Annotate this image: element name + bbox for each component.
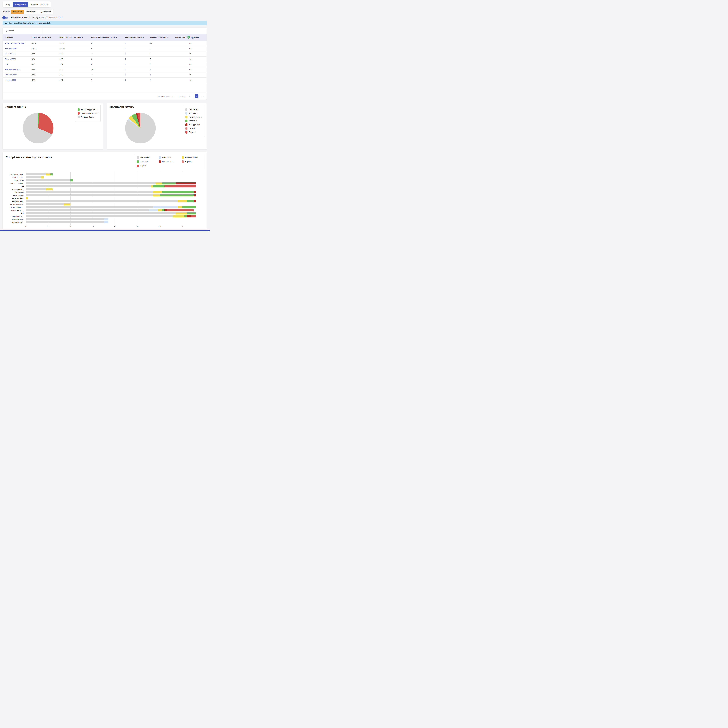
legend-label: Pending Review <box>189 116 202 118</box>
bar-segment-in-progress <box>153 206 178 208</box>
bar-track[interactable] <box>26 210 202 211</box>
table-row: Class of 20230 / 88 / 8708No <box>3 51 207 57</box>
student-status-pie-chart[interactable] <box>23 113 54 144</box>
bar-segment-in-progress <box>104 219 109 220</box>
expiring-documents-cell: 0 <box>123 78 148 83</box>
legend-swatch-icon <box>137 165 139 167</box>
first-page-button[interactable]: |‹ <box>189 95 190 98</box>
bar-track[interactable] <box>26 206 202 208</box>
bar-segment-get-started <box>26 191 153 193</box>
expired-documents-cell: 2 <box>148 46 173 51</box>
bar-segment-get-started <box>26 182 156 185</box>
bar-category-label: Hepatitis B (Hep... <box>6 200 26 203</box>
bar-track[interactable] <box>26 215 202 217</box>
compliant-students-cell: 0 / 1 <box>30 78 58 83</box>
items-per-page[interactable]: Items per page: 50 <box>158 95 173 97</box>
pending-review-documents-cell: 0 <box>89 62 123 67</box>
previous-page-button[interactable]: ‹ <box>192 95 193 98</box>
col-cohorts[interactable]: COHORTS ↑ <box>3 34 30 41</box>
powered-by-cell: No <box>173 51 207 57</box>
non-compliant-students-cell: 8 / 8 <box>57 51 89 57</box>
bar-track[interactable] <box>26 203 202 205</box>
bar-category-label: Clinical Questio... <box>6 176 26 179</box>
bar-segment-approved <box>187 213 196 214</box>
bar-category-label: Polio <box>6 212 26 215</box>
hide-cohorts-toggle[interactable] <box>3 17 8 19</box>
cohort-link[interactable]: Summer 2025 <box>3 78 30 83</box>
legend-swatch-icon <box>182 161 184 163</box>
powered-by-cell: No <box>173 67 207 72</box>
bar-track[interactable] <box>26 213 202 214</box>
pagination-divider <box>176 95 176 98</box>
expiring-documents-cell: 0 <box>123 72 148 78</box>
tab-review-clarifications[interactable]: Review Clarifications <box>28 2 50 7</box>
legend-label: Not Approved <box>162 161 173 163</box>
bar-segment-pending-review <box>178 200 187 202</box>
tab-compliance[interactable]: Compliance <box>13 2 28 7</box>
view-by-cohort-button[interactable]: By Cohort <box>11 10 24 14</box>
table-row: FNP0 / 11 / 1000No <box>3 62 207 67</box>
bar-segment-expired <box>164 185 196 187</box>
compliant-students-cell: 0 / 30 <box>30 41 58 46</box>
powered-by-cell: No <box>173 41 207 46</box>
powered-by-cell: No <box>173 62 207 67</box>
table-row: BSN Students*1 / 2120 / 21002No <box>3 46 207 51</box>
bar-track[interactable] <box>26 194 202 196</box>
legend-swatch-icon <box>78 112 80 115</box>
cohort-link[interactable]: Class of 2024 <box>3 57 30 62</box>
bars-legend-item: Not Approved <box>159 161 181 163</box>
legend-swatch-icon <box>137 161 139 163</box>
bar-segment-get-started <box>26 213 176 214</box>
col-powered-by: POWERED BY Approve <box>173 34 207 41</box>
non-compliant-students-cell: 3 / 3 <box>57 72 89 78</box>
cohort-link[interactable]: FNP-Summer 2023 <box>3 67 30 72</box>
view-by-document-button[interactable]: By Document <box>38 10 53 14</box>
bar-segment-pending-review <box>156 182 162 185</box>
current-page-button[interactable]: 1 <box>195 94 199 98</box>
cohort-link[interactable]: FNP <box>3 62 30 67</box>
cohort-link[interactable]: Class of 2023 <box>3 51 30 57</box>
bar-track[interactable] <box>26 176 202 178</box>
bar-track[interactable] <box>26 219 202 220</box>
bar-track[interactable] <box>26 185 202 187</box>
bar-track[interactable] <box>26 200 202 202</box>
bar-row <box>26 197 202 200</box>
bar-track[interactable] <box>26 179 202 181</box>
bar-segment-approved <box>187 200 194 202</box>
non-compliant-students-cell: 20 / 21 <box>57 46 89 51</box>
bar-track[interactable] <box>26 173 202 176</box>
bar-track[interactable] <box>26 188 202 190</box>
cohort-link[interactable]: Advanced Practice/DNP* <box>3 41 30 46</box>
legend-label: Expiring <box>185 161 191 163</box>
non-compliant-students-cell: 4 / 4 <box>57 67 89 72</box>
bar-segment-pending-review <box>176 213 187 214</box>
bar-category-label: Flu (Influenza) <box>6 191 26 194</box>
expired-documents-cell: 8 <box>148 51 173 57</box>
bar-track[interactable] <box>26 221 202 223</box>
bar-segment-get-started <box>26 188 46 190</box>
cohort-link[interactable]: PNP-Fall 2023 <box>3 72 30 78</box>
view-by-student-button[interactable]: By Student <box>24 10 38 14</box>
view-by-label: View By: <box>3 11 10 13</box>
last-page-button[interactable]: ›| <box>203 95 205 98</box>
tab-setup[interactable]: Setup <box>3 2 13 7</box>
pending-review-documents-cell: 0 <box>89 57 123 62</box>
bar-track[interactable] <box>26 191 202 193</box>
compliant-students-cell: 0 / 3 <box>30 72 58 78</box>
bar-track[interactable] <box>26 182 202 185</box>
col-expired-documents: EXPIRED DOCUMENTS <box>148 34 173 41</box>
bar-track[interactable] <box>26 197 202 199</box>
bar-category-label: Medical Records ... <box>6 209 26 212</box>
bar-segment-pending-review <box>173 215 185 217</box>
document-status-pie-chart[interactable] <box>125 113 156 144</box>
next-page-button[interactable]: › <box>200 95 201 98</box>
compliant-students-cell: 0 / 4 <box>30 67 58 72</box>
search-input[interactable] <box>8 30 40 32</box>
bar-segment-pending-review <box>26 197 28 199</box>
expiring-documents-cell: 0 <box>123 67 148 72</box>
legend-swatch-icon <box>185 116 187 118</box>
student-status-legend-item: No Docs Started <box>78 116 98 118</box>
bar-category-label: Hepatitis A (Hep... <box>6 197 26 200</box>
cohort-link[interactable]: BSN Students* <box>3 46 30 51</box>
col-expiring-documents: EXPIRING DOCUMENTS <box>123 34 148 41</box>
